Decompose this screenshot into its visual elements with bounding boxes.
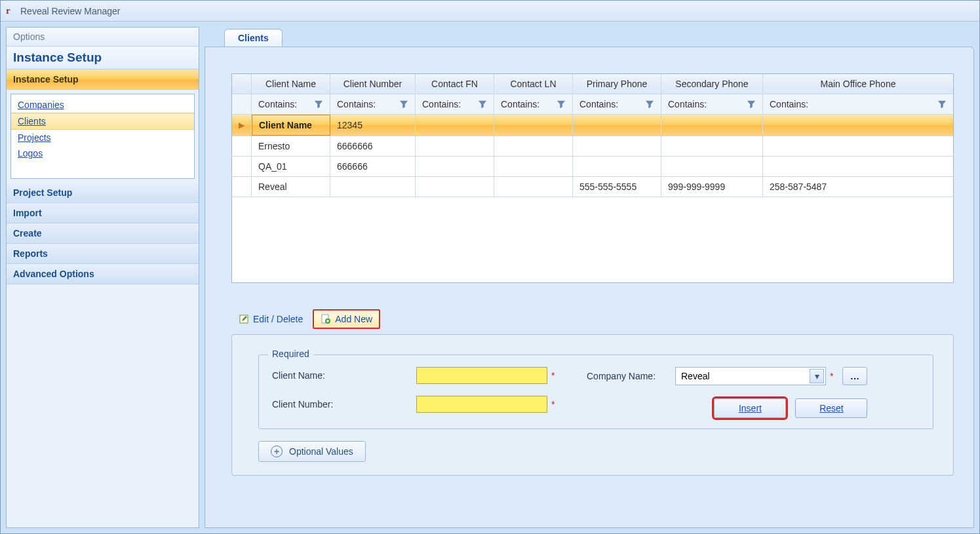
- col-secondary-phone[interactable]: Secondary Phone: [661, 74, 763, 94]
- table-row[interactable]: Reveal 555-555-5555 999-999-9999 258-587…: [232, 177, 953, 197]
- cell[interactable]: [573, 157, 661, 176]
- col-contact-fn[interactable]: Contact FN: [416, 74, 494, 94]
- optional-values-button[interactable]: + Optional Values: [258, 441, 366, 462]
- col-main-office-phone[interactable]: Main Office Phone: [763, 74, 953, 94]
- cell[interactable]: [763, 115, 953, 136]
- tabs-row: Clients: [205, 27, 974, 47]
- sidebar-link-companies[interactable]: Companies: [11, 97, 194, 113]
- client-number-input[interactable]: [416, 396, 547, 413]
- row-indicator: [232, 177, 252, 197]
- tab-clients[interactable]: Clients: [224, 29, 283, 47]
- required-mark: *: [830, 371, 833, 381]
- sidebar-section-create[interactable]: Create: [7, 223, 199, 244]
- sidebar-section-reports[interactable]: Reports: [7, 244, 199, 264]
- filter-client-number[interactable]: Contains:: [330, 94, 416, 114]
- table-row[interactable]: ▶ Client Name 12345: [232, 115, 953, 136]
- cell[interactable]: Client Name: [252, 115, 330, 136]
- add-new-button[interactable]: Add New: [313, 309, 380, 329]
- arrow-right-icon: ▶: [239, 121, 245, 130]
- cell[interactable]: [494, 136, 573, 156]
- plus-circle-icon: +: [271, 446, 283, 457]
- cell[interactable]: [416, 157, 494, 176]
- col-primary-phone[interactable]: Primary Phone: [573, 74, 661, 94]
- cell[interactable]: 555-555-5555: [573, 177, 661, 197]
- filter-icon[interactable]: [314, 100, 323, 109]
- cell[interactable]: [330, 177, 416, 197]
- filter-icon[interactable]: [557, 100, 566, 109]
- filter-client-name[interactable]: Contains:: [252, 94, 330, 114]
- col-contact-ln[interactable]: Contact LN: [494, 74, 573, 94]
- table-row[interactable]: QA_01 666666: [232, 157, 953, 177]
- table-row[interactable]: Ernesto 6666666: [232, 136, 953, 157]
- edit-icon: [239, 314, 249, 324]
- required-mark: *: [551, 399, 555, 410]
- grid-filter-row: Contains: Contains: Contains: Contains: …: [232, 94, 953, 115]
- cell[interactable]: [661, 115, 763, 136]
- reset-button[interactable]: Reset: [795, 398, 867, 418]
- cell[interactable]: [494, 115, 573, 136]
- cell[interactable]: [573, 136, 661, 156]
- required-mark: *: [551, 370, 555, 381]
- cell[interactable]: [573, 115, 661, 136]
- filter-icon[interactable]: [937, 100, 947, 109]
- cell[interactable]: [416, 136, 494, 156]
- cell[interactable]: [763, 157, 953, 176]
- insert-button[interactable]: Insert: [714, 398, 786, 418]
- company-name-label: Company Name:: [587, 371, 675, 381]
- cell[interactable]: QA_01: [252, 157, 330, 176]
- cell[interactable]: Ernesto: [252, 136, 330, 156]
- row-indicator: [232, 136, 252, 156]
- filter-icon[interactable]: [645, 100, 654, 109]
- filter-secondary-phone[interactable]: Contains:: [661, 94, 763, 114]
- sidebar-title: Instance Setup: [7, 47, 199, 69]
- company-lookup-button[interactable]: ...: [842, 367, 867, 385]
- sidebar-link-clients[interactable]: Clients: [11, 113, 194, 130]
- sidebar-section-project-setup[interactable]: Project Setup: [7, 183, 199, 203]
- filter-primary-phone[interactable]: Contains:: [573, 94, 661, 114]
- sidebar-link-logos[interactable]: Logos: [11, 145, 194, 161]
- filter-icon[interactable]: [399, 100, 408, 109]
- company-name-select[interactable]: Reveal ▾: [675, 367, 826, 385]
- sidebar-link-projects[interactable]: Projects: [11, 130, 194, 145]
- client-number-label: Client Number:: [272, 399, 416, 410]
- sidebar-section-advanced-options[interactable]: Advanced Options: [7, 264, 199, 284]
- filter-indicator: [232, 94, 252, 114]
- cell[interactable]: [661, 136, 763, 156]
- filter-contact-ln[interactable]: Contains:: [494, 94, 573, 114]
- filter-icon[interactable]: [478, 100, 487, 109]
- cell[interactable]: [416, 115, 494, 136]
- cell[interactable]: [494, 177, 573, 197]
- filter-icon[interactable]: [747, 100, 756, 109]
- cell[interactable]: 999-999-9999: [661, 177, 763, 197]
- sidebar-options[interactable]: Options: [7, 28, 199, 47]
- sidebar-links: Companies Clients Projects Logos: [10, 94, 195, 179]
- required-legend: Required: [268, 349, 313, 359]
- sidebar-section-import[interactable]: Import: [7, 203, 199, 223]
- titlebar: r Reveal Review Manager: [1, 1, 979, 22]
- col-client-number[interactable]: Client Number: [330, 74, 416, 94]
- cell[interactable]: Reveal: [252, 177, 330, 197]
- cell[interactable]: [416, 177, 494, 197]
- client-name-label: Client Name:: [272, 370, 416, 381]
- cell[interactable]: 258-587-5487: [763, 177, 953, 197]
- cell[interactable]: 6666666: [330, 136, 416, 156]
- col-client-name[interactable]: Client Name: [252, 74, 330, 94]
- client-name-input[interactable]: [416, 367, 547, 384]
- sidebar-section-instance-setup[interactable]: Instance Setup: [7, 69, 199, 90]
- required-fieldset: Required Client Name: * Client Number: *…: [258, 354, 933, 429]
- row-indicator-header: [232, 74, 252, 94]
- row-indicator: [232, 157, 252, 176]
- content-area: Clients Client Name Client Number Contac…: [205, 27, 974, 528]
- cell[interactable]: 666666: [330, 157, 416, 176]
- window-title: Reveal Review Manager: [20, 6, 121, 16]
- row-indicator: ▶: [232, 115, 252, 136]
- filter-main-office-phone[interactable]: Contains:: [763, 94, 953, 114]
- cell[interactable]: [763, 136, 953, 156]
- app-icon: r: [6, 6, 16, 16]
- cell[interactable]: [661, 157, 763, 176]
- edit-delete-button[interactable]: Edit / Delete: [231, 309, 310, 329]
- filter-contact-fn[interactable]: Contains:: [416, 94, 494, 114]
- chevron-down-icon[interactable]: ▾: [810, 369, 824, 383]
- cell[interactable]: [494, 157, 573, 176]
- cell[interactable]: 12345: [330, 115, 416, 136]
